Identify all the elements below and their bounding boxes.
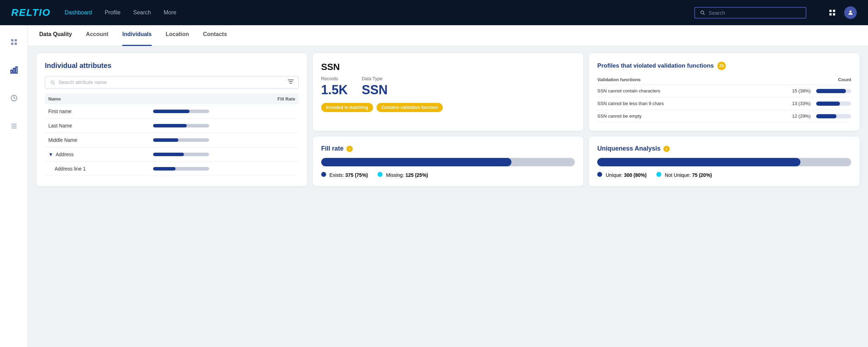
attribute-search-bar[interactable] (45, 76, 299, 89)
val-count-2: 13 (33%) (792, 101, 813, 106)
tab-individuals[interactable]: Individuals (122, 25, 152, 46)
fill-rate-card: Fill rate i Exists: 375 (75%) Missing: (313, 137, 584, 186)
exists-legend: Exists: 375 (75%) (321, 172, 368, 178)
topnav-icons (826, 6, 857, 19)
exists-dot (321, 172, 326, 177)
attr-lastname: Last Name (45, 119, 150, 133)
fill-rate-bar (321, 158, 575, 166)
table-row[interactable]: ▼ Address (45, 147, 299, 162)
not-unique-legend: Not Unique: 75 (20%) (656, 172, 712, 178)
fill-rate-legend: Exists: 375 (75%) Missing: 125 (25%) (321, 172, 575, 178)
table-row[interactable]: First name (45, 104, 299, 119)
nav-search[interactable]: Search (133, 9, 151, 16)
uniqueness-bar-fill (597, 158, 800, 166)
nav-links: Dashboard Profile Search More (65, 9, 177, 16)
filter-icon[interactable] (288, 79, 294, 85)
grid-view-icon[interactable] (826, 6, 839, 19)
table-row[interactable]: Middle Name (45, 133, 299, 147)
filter-lines-icon (288, 79, 294, 84)
svg-point-0 (701, 11, 704, 14)
col-name-header: Name (45, 93, 150, 104)
global-search-box[interactable] (694, 7, 806, 19)
uniqueness-info-icon[interactable]: i (663, 146, 670, 152)
tab-account[interactable]: Account (86, 25, 108, 46)
svg-rect-4 (829, 13, 832, 15)
svg-line-1 (703, 14, 704, 15)
nav-dashboard[interactable]: Dashboard (65, 9, 92, 16)
fill-rate-title: Fill rate i (321, 145, 575, 152)
uniqueness-title: Uniqueness Analysis i (597, 145, 851, 152)
val-count-1: 15 (38%) (792, 88, 813, 93)
exists-value: 375 (75%) (345, 172, 368, 178)
global-search-input[interactable] (709, 10, 801, 16)
nav-profile[interactable]: Profile (105, 9, 120, 16)
validation-header: Profiles that violated validation functi… (597, 62, 851, 70)
attr-address: ▼ Address (45, 147, 150, 162)
topnav: RELTIO Dashboard Profile Search More (0, 0, 868, 25)
attributes-table: Name Fill Rate First name Last Name (45, 93, 299, 176)
ssn-badges: Included in matching Contains validation… (321, 103, 575, 112)
attr-middlename: Middle Name (45, 133, 150, 147)
records-value: 1.5K (321, 83, 348, 97)
val-count-3: 12 (29%) (792, 113, 813, 119)
ssn-title: SSN (321, 62, 575, 72)
svg-rect-7 (11, 39, 13, 41)
sidebar-item-chart[interactable] (6, 62, 22, 78)
unique-label: Unique: (606, 172, 622, 178)
tab-contacts[interactable]: Contacts (203, 25, 227, 46)
attribute-search-input[interactable] (58, 79, 284, 85)
violation-count-badge: 20 (717, 62, 726, 70)
tab-data-quality[interactable]: Data Quality (39, 25, 72, 46)
sidebar-list-icon (10, 122, 18, 130)
nav-more[interactable]: More (164, 9, 176, 16)
fill-rate-info-icon[interactable]: i (346, 146, 353, 152)
missing-value: 125 (25%) (405, 172, 428, 178)
table-row[interactable]: Last Name (45, 119, 299, 133)
card-title-individual-attrs: Individual attributes (45, 62, 299, 70)
val-count-header: Count (732, 75, 852, 85)
uniqueness-legend: Unique: 300 (80%) Not Unique: 75 (20%) (597, 172, 851, 178)
val-row-label-1: SSN cannot contain characters (597, 85, 731, 97)
table-row[interactable]: SSN cannot be empty 12 (29%) (597, 110, 851, 123)
badge-included-matching: Included in matching (321, 103, 373, 112)
grid-icon (828, 9, 836, 16)
sidebar-clock-icon (10, 94, 18, 102)
attr-addressline1: Address line 1 (45, 162, 150, 176)
sidebar-item-grid[interactable] (6, 34, 22, 50)
not-unique-dot (656, 172, 661, 177)
svg-rect-8 (14, 39, 16, 41)
missing-dot (378, 172, 383, 177)
svg-rect-3 (833, 10, 835, 12)
sidebar-item-history[interactable] (6, 90, 22, 106)
table-row[interactable]: SSN cannot contain characters 15 (38%) (597, 85, 851, 97)
table-row[interactable]: Address line 1 (45, 162, 299, 176)
cards-grid: Individual attributes Na (28, 46, 868, 193)
datatype-label: Data Type (362, 76, 388, 81)
uniqueness-card: Uniqueness Analysis i Unique: 300 (80%) … (589, 137, 860, 186)
logo: RELTIO (11, 7, 51, 18)
ssn-datatype: Data Type SSN (362, 76, 388, 97)
svg-point-6 (849, 11, 852, 13)
val-func-header: Validation functions (597, 75, 731, 85)
missing-label: Missing: (386, 172, 404, 178)
svg-rect-12 (13, 68, 15, 73)
svg-rect-9 (11, 43, 13, 45)
table-row[interactable]: SSN cannot be less than 9 chars 13 (33%) (597, 97, 851, 110)
val-row-label-2: SSN cannot be less than 9 chars (597, 97, 731, 110)
user-avatar[interactable] (844, 6, 857, 19)
records-label: Records (321, 76, 348, 81)
unique-value: 300 (80%) (624, 172, 647, 178)
svg-rect-10 (14, 43, 16, 45)
sidebar-grid-icon (10, 38, 18, 46)
missing-legend: Missing: 125 (25%) (378, 172, 428, 178)
sidebar-chart-icon (10, 66, 18, 74)
expand-icon[interactable]: ▼ (48, 152, 53, 157)
tab-location[interactable]: Location (166, 25, 189, 46)
val-row-label-3: SSN cannot be empty (597, 110, 731, 123)
badge-validation-function: Contains validation function (377, 103, 443, 112)
sidebar (0, 25, 28, 347)
sidebar-item-list[interactable] (6, 118, 22, 134)
not-unique-label: Not Unique: (665, 172, 691, 178)
validation-card: Profiles that violated validation functi… (589, 53, 860, 131)
svg-rect-13 (16, 67, 17, 73)
